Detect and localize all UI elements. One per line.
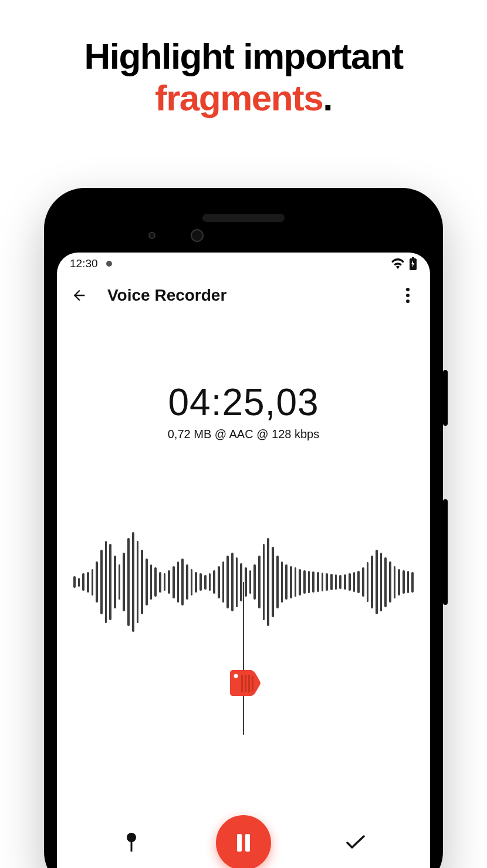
waveform-bar xyxy=(403,570,405,594)
hero-heading: Highlight important fragments. xyxy=(0,0,487,119)
svg-point-3 xyxy=(234,674,238,678)
waveform[interactable] xyxy=(57,523,430,641)
waveform-bar xyxy=(73,576,76,588)
svg-point-8 xyxy=(127,833,136,842)
waveform-bar xyxy=(276,556,279,608)
waveform-bar xyxy=(218,566,220,598)
waveform-bar xyxy=(344,574,346,590)
waveform-bar xyxy=(303,570,306,594)
svg-rect-9 xyxy=(131,841,133,852)
waveform-bar xyxy=(335,574,337,590)
svg-rect-6 xyxy=(248,675,250,692)
waveform-bar xyxy=(380,553,383,611)
waveform-bar xyxy=(181,559,184,605)
waveform-bar xyxy=(398,569,400,596)
waveform-bar xyxy=(330,574,333,590)
controls-bar xyxy=(57,793,430,868)
waveform-bar xyxy=(226,556,229,608)
waveform-bar xyxy=(322,573,324,591)
waveform-bar xyxy=(384,557,387,607)
hero-line2-accent: fragments xyxy=(155,78,323,118)
phone-camera xyxy=(191,229,204,242)
waveform-bar xyxy=(195,572,197,593)
waveform-bar xyxy=(154,567,157,597)
recording-timer: 04:25,03 xyxy=(57,381,430,424)
waveform-bar xyxy=(249,570,252,594)
svg-point-1 xyxy=(406,294,410,297)
waveform-bar xyxy=(394,566,396,598)
done-button[interactable] xyxy=(338,825,373,860)
waveform-bar xyxy=(290,566,292,598)
timer-block: 04:25,03 0,72 MB @ AAC @ 128 kbps xyxy=(57,381,430,441)
waveform-bar xyxy=(168,570,170,594)
svg-point-2 xyxy=(406,300,410,303)
waveform-bar xyxy=(199,573,202,591)
waveform-bar xyxy=(362,567,364,597)
waveform-bar xyxy=(186,564,188,600)
tag-icon xyxy=(226,664,261,711)
arrow-left-icon xyxy=(71,287,87,304)
more-vertical-icon xyxy=(406,288,410,303)
svg-rect-5 xyxy=(245,675,246,692)
pin-button[interactable] xyxy=(114,825,149,860)
waveform-bar xyxy=(357,571,360,593)
waveform-bar xyxy=(326,573,328,591)
waveform-bar xyxy=(204,575,207,590)
waveform-bar xyxy=(295,567,297,597)
waveform-bar xyxy=(353,572,356,592)
waveform-bar xyxy=(312,571,314,593)
waveform-bar xyxy=(263,544,265,620)
pin-icon xyxy=(125,833,138,853)
waveform-bar xyxy=(285,564,288,600)
waveform-bar xyxy=(209,573,211,591)
battery-icon xyxy=(409,257,417,270)
svg-rect-7 xyxy=(252,676,253,691)
waveform-bar xyxy=(222,561,225,603)
waveform-bar xyxy=(96,561,98,603)
waveform-bar xyxy=(123,553,125,611)
waveform-bar xyxy=(92,569,94,596)
waveform-bar xyxy=(137,541,139,623)
waveform-bar xyxy=(114,556,116,608)
svg-rect-11 xyxy=(245,834,250,852)
waveform-bar xyxy=(407,571,410,593)
phone-power-button xyxy=(443,370,448,426)
waveform-bar xyxy=(253,564,256,600)
status-bar: 12:30 xyxy=(57,253,430,275)
pause-record-button[interactable] xyxy=(216,815,271,868)
svg-point-0 xyxy=(406,288,410,291)
statusbar-time: 12:30 xyxy=(70,257,98,270)
waveform-bar xyxy=(411,572,414,593)
waveform-bar xyxy=(127,538,130,626)
phone-screen: 12:30 Voice Recorder xyxy=(57,253,430,868)
waveform-bar xyxy=(132,532,134,632)
waveform-bar xyxy=(105,541,107,623)
waveform-bar xyxy=(191,569,193,596)
recording-meta: 0,72 MB @ AAC @ 128 kbps xyxy=(57,428,430,441)
hero-line2-tail: . xyxy=(323,78,332,118)
svg-rect-10 xyxy=(237,834,242,852)
check-icon xyxy=(346,835,365,850)
waveform-bar xyxy=(87,572,89,593)
waveform-bar xyxy=(213,570,215,594)
hero-line1: Highlight important xyxy=(84,36,403,76)
waveform-bar xyxy=(82,573,84,591)
waveform-bar xyxy=(258,556,261,608)
waveform-bar xyxy=(109,544,111,620)
waveform-bar xyxy=(78,578,80,587)
waveform-bar xyxy=(272,547,274,617)
phone-mockup: 12:30 Voice Recorder xyxy=(44,188,443,868)
svg-rect-4 xyxy=(241,675,243,692)
app-bar: Voice Recorder xyxy=(57,275,430,316)
highlight-tag-marker[interactable] xyxy=(226,664,261,714)
waveform-bar xyxy=(173,566,175,598)
waveform-bar xyxy=(389,561,391,603)
back-button[interactable] xyxy=(67,284,91,307)
waveform-bar xyxy=(317,572,319,592)
waveform-bar xyxy=(376,550,378,614)
waveform-bar xyxy=(119,564,121,600)
statusbar-notification-dot-icon xyxy=(106,261,112,267)
phone-sensor xyxy=(148,232,155,239)
waveform-bar xyxy=(349,573,351,591)
more-menu-button[interactable] xyxy=(396,284,420,307)
